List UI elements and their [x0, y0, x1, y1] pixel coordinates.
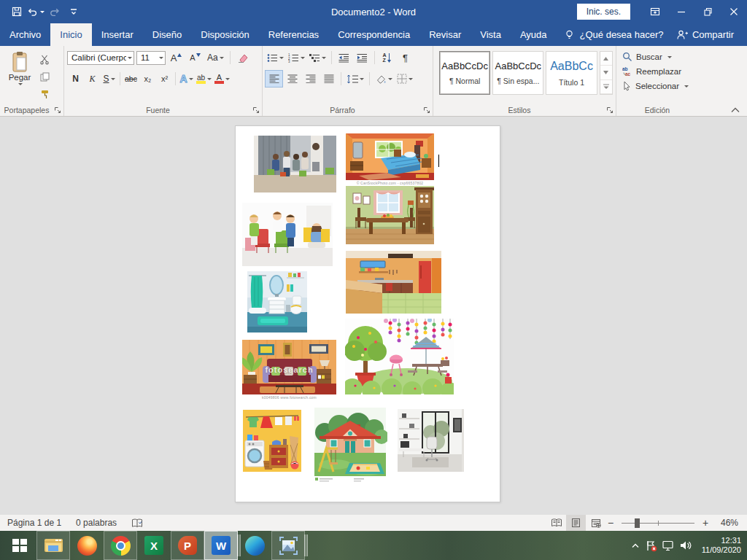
inserted-image-home-office[interactable] [398, 409, 464, 472]
taskbar-file-explorer-icon[interactable] [36, 531, 70, 560]
text-effects-button[interactable]: A [178, 71, 195, 87]
inserted-image-living-room[interactable]: fotosearch k0049806 www.fotosearch.com [242, 340, 336, 400]
inserted-image-bedroom[interactable]: © CanStockPhoto.com - csp66537802 [346, 133, 434, 186]
show-marks-button[interactable]: ¶ [397, 50, 414, 66]
tell-me-box[interactable]: ¿Qué desea hacer? [557, 23, 671, 46]
zoom-out-button[interactable]: − [605, 517, 616, 529]
strikethrough-button[interactable]: abc [123, 71, 139, 87]
tray-clock[interactable]: 12:31 11/09/2020 [696, 536, 741, 555]
ribbon-display-options-icon[interactable] [642, 0, 668, 23]
bold-button[interactable]: N [67, 71, 84, 87]
tab-referencias[interactable]: Referencias [259, 23, 328, 46]
inserted-image-kids-chairs[interactable] [242, 203, 333, 266]
tab-ayuda[interactable]: Ayuda [511, 23, 557, 46]
taskbar-powerpoint-icon[interactable]: P [171, 531, 204, 560]
replace-button[interactable]: ab ac Reemplazar [619, 64, 695, 79]
read-mode-icon[interactable] [546, 515, 566, 531]
undo-icon[interactable] [26, 2, 44, 21]
styles-scroll-up-icon[interactable] [600, 52, 612, 66]
inserted-image-children-playing[interactable] [254, 136, 336, 192]
tray-chevron-icon[interactable] [630, 542, 640, 549]
numbering-button[interactable]: 1 2 3 [287, 50, 306, 66]
taskbar-firefox-icon[interactable] [70, 531, 104, 560]
paste-button[interactable]: Pegar [3, 50, 36, 103]
font-name-combo[interactable]: Calibri (Cuerpo [67, 51, 134, 65]
web-layout-icon[interactable] [586, 515, 605, 531]
styles-more-icon[interactable] [600, 80, 612, 94]
align-left-button[interactable] [266, 71, 282, 87]
shrink-font-button[interactable]: A [187, 50, 204, 66]
increase-indent-button[interactable] [354, 50, 371, 66]
inserted-image-bathroom[interactable] [247, 271, 307, 332]
underline-button[interactable]: S [101, 71, 117, 87]
tab-vista[interactable]: Vista [471, 23, 511, 46]
tab-revisar[interactable]: Revisar [419, 23, 471, 46]
paste-dropdown[interactable] [18, 83, 23, 88]
start-button[interactable] [3, 531, 36, 560]
subscript-button[interactable]: x₂ [139, 71, 156, 87]
style-normal[interactable]: AaBbCcDc ¶ Normal [439, 51, 490, 95]
restore-button[interactable] [694, 0, 721, 23]
multilevel-list-button[interactable] [308, 50, 328, 66]
share-button[interactable]: Compartir [676, 23, 747, 46]
style-no-spacing[interactable]: AaBbCcDc ¶ Sin espa... [492, 51, 543, 95]
taskbar-excel-icon[interactable]: X [137, 531, 171, 560]
shading-button[interactable] [374, 71, 394, 87]
taskbar-photos-icon[interactable] [271, 531, 305, 560]
page-indicator[interactable]: Página 1 de 1 [0, 518, 69, 528]
justify-button[interactable] [320, 71, 337, 87]
style-heading1[interactable]: AaBbCc Título 1 [546, 51, 597, 95]
tab-insertar[interactable]: Insertar [92, 23, 143, 46]
font-size-combo[interactable]: 11 [136, 51, 166, 65]
select-button[interactable]: Seleccionar [619, 79, 695, 93]
zoom-slider[interactable] [622, 523, 694, 524]
close-button[interactable] [721, 0, 747, 23]
font-color-button[interactable]: A [213, 71, 231, 87]
tray-network-icon[interactable] [662, 540, 675, 551]
clear-formatting-icon[interactable] [235, 50, 252, 66]
save-icon[interactable] [7, 2, 26, 21]
styles-scroll-down-icon[interactable] [600, 66, 612, 79]
paragraph-dialog-launcher[interactable] [422, 106, 430, 114]
print-layout-icon[interactable] [566, 515, 586, 531]
taskbar-edge-icon[interactable] [238, 531, 271, 560]
sort-button[interactable]: AZ [379, 50, 395, 66]
bullets-button[interactable] [266, 50, 285, 66]
tray-volume-icon[interactable] [679, 540, 692, 551]
decrease-indent-button[interactable] [336, 50, 352, 66]
customize-qat-icon[interactable] [64, 2, 82, 21]
change-case-button[interactable]: Aa [206, 50, 225, 66]
tab-inicio[interactable]: Inicio [50, 23, 91, 46]
find-button[interactable]: Buscar [619, 50, 695, 64]
undo-dropdown[interactable] [40, 11, 44, 15]
clipboard-dialog-launcher[interactable] [53, 106, 61, 114]
superscript-button[interactable]: x² [156, 71, 173, 87]
tab-disposicion[interactable]: Disposición [191, 23, 258, 46]
collapse-ribbon-icon[interactable] [731, 107, 740, 113]
sign-in-button[interactable]: Inic. ses. [577, 4, 630, 20]
tab-diseno[interactable]: Diseño [143, 23, 191, 46]
align-right-button[interactable] [302, 71, 319, 87]
grow-font-button[interactable]: A [168, 50, 185, 66]
word-count[interactable]: 0 palabras [69, 518, 124, 528]
document-page[interactable]: © CanStockPhoto.com - csp66537802 [235, 125, 500, 502]
zoom-slider-thumb[interactable] [635, 518, 640, 528]
proofing-icon[interactable] [124, 518, 150, 528]
tab-archivo[interactable]: Archivo [0, 23, 50, 46]
zoom-percentage[interactable]: 46% [711, 518, 747, 528]
borders-button[interactable] [395, 71, 414, 87]
copy-icon[interactable] [36, 69, 53, 85]
taskbar-chrome-icon[interactable] [104, 531, 137, 560]
inserted-image-dining-room[interactable] [346, 186, 434, 244]
styles-dialog-launcher[interactable] [605, 106, 614, 114]
align-center-button[interactable] [284, 71, 301, 87]
format-painter-icon[interactable] [36, 86, 53, 102]
inserted-image-garden[interactable] [345, 319, 454, 394]
tray-security-flag-icon[interactable] [645, 540, 657, 552]
taskbar-word-icon[interactable]: W [204, 531, 238, 560]
highlight-button[interactable]: ab [195, 71, 213, 87]
font-dialog-launcher[interactable] [252, 106, 260, 114]
italic-button[interactable]: K [84, 71, 101, 87]
inserted-image-laundry[interactable] [243, 410, 301, 472]
styles-gallery-scroll[interactable] [600, 51, 613, 95]
